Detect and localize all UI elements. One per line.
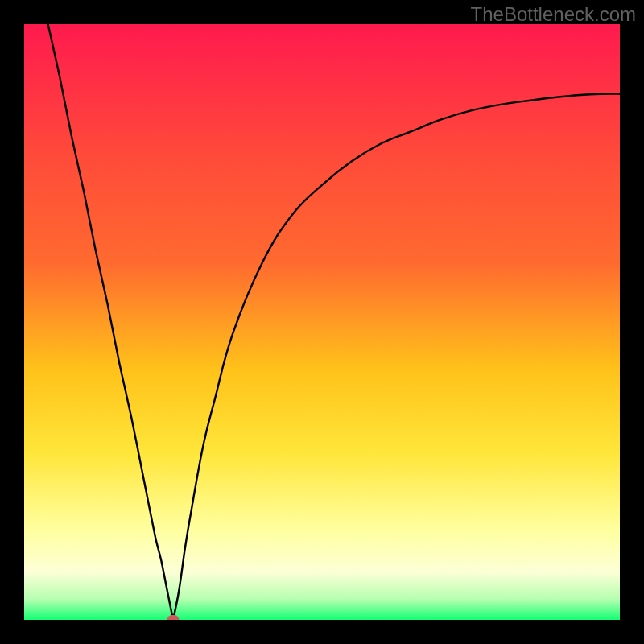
chart-svg: [24, 24, 620, 620]
chart-background: [24, 24, 620, 620]
chart-frame: TheBottleneck.com: [0, 0, 644, 644]
chart-plot-area: [24, 24, 620, 620]
watermark-text: TheBottleneck.com: [471, 3, 636, 26]
